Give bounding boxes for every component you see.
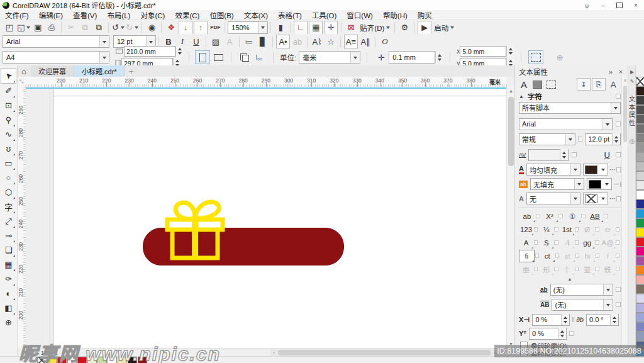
cut-icon[interactable]: ✂ <box>65 21 77 34</box>
discretionary-ligatures-button[interactable]: ct <box>540 250 555 262</box>
paste-icon[interactable]: ⧉ <box>92 21 105 34</box>
menu-item-3[interactable]: 查看(V) <box>68 10 102 20</box>
ruler-origin[interactable]: ⤡ <box>17 77 26 87</box>
angle-stepper[interactable] <box>610 314 618 325</box>
menu-item-12[interactable]: 帮助(H) <box>378 10 413 20</box>
vertical-ruler[interactable]: 290280270260250240230220210200 <box>17 87 26 348</box>
new-tab-button[interactable]: + <box>125 65 138 77</box>
account-icon[interactable]: ☺ <box>579 0 595 10</box>
docker-scroll-up-icon[interactable]: ∧ <box>623 78 626 83</box>
feature-checkbox[interactable] <box>616 254 619 258</box>
outline-settings-button[interactable]: ⋯ <box>609 195 616 202</box>
feature-checkbox[interactable] <box>604 214 608 218</box>
chevron-down-icon[interactable] <box>99 36 109 47</box>
feature-checkbox[interactable] <box>595 267 599 271</box>
text-options-icon[interactable]: A <box>607 79 619 90</box>
underline-button[interactable]: U <box>190 35 203 48</box>
menu-item-6[interactable]: 效果(C) <box>170 10 204 20</box>
brush-splash-icon[interactable]: ❖ <box>165 21 177 34</box>
units-combo[interactable]: 毫米 <box>299 51 360 64</box>
enclosed-button[interactable]: ① <box>564 211 580 222</box>
underline-toggle[interactable]: U <box>604 150 610 160</box>
bullet-list-icon[interactable]: ≔ <box>243 35 255 48</box>
feature-checkbox[interactable] <box>575 254 579 258</box>
pdf-icon[interactable]: PDF <box>209 21 221 34</box>
palette-swatch-6[interactable] <box>636 133 644 143</box>
x-offset-stepper[interactable] <box>561 314 569 325</box>
menu-item-7[interactable]: 位图(B) <box>204 10 238 20</box>
feature-checkbox[interactable] <box>595 240 599 245</box>
duplicate-x-field[interactable]: 5.0 mm <box>460 46 506 57</box>
redo-icon[interactable]: ↻ <box>126 21 138 34</box>
palette-swatch-25[interactable] <box>636 313 644 322</box>
fill-type-select[interactable]: 均匀填充 <box>526 164 580 176</box>
weight-checkbox[interactable] <box>578 137 582 142</box>
interactive-fill-tool[interactable]: ◐ <box>1 286 16 301</box>
feature-checkbox[interactable] <box>534 267 538 271</box>
duplicate-x-stepper[interactable] <box>506 46 514 57</box>
menu-item-13[interactable]: 购买 <box>413 10 437 20</box>
gift-icon-drawing[interactable] <box>165 199 225 262</box>
landscape-button[interactable] <box>211 51 225 64</box>
palette-swatch-4[interactable] <box>636 114 644 124</box>
menu-item-2[interactable]: 编辑(E) <box>34 10 68 20</box>
docker-font-select[interactable]: Arial <box>519 118 613 130</box>
edit-text-icon[interactable]: ab <box>291 35 304 48</box>
size-stepper[interactable] <box>612 133 620 145</box>
background-color-picker[interactable] <box>587 178 612 190</box>
undo-icon[interactable]: ↺ <box>112 21 125 34</box>
feature-checkbox[interactable] <box>536 214 540 218</box>
dimension-tool[interactable]: ⤢ <box>1 214 16 228</box>
canvas-viewport[interactable] <box>26 87 506 348</box>
fullscreen-preview-icon[interactable]: ▮ <box>274 21 287 34</box>
palette-swatch-17[interactable] <box>636 237 644 247</box>
snap-menu[interactable]: 贴齐(D) <box>358 21 391 34</box>
figure-style-button[interactable]: 123 <box>519 224 533 235</box>
show-grid-icon[interactable]: ▦ <box>309 21 323 35</box>
current-page-button[interactable]: l₀₀ <box>252 51 266 64</box>
portrait-button[interactable] <box>195 50 210 64</box>
chevron-down-icon[interactable] <box>599 193 608 204</box>
text-align-icon[interactable]: A≡ <box>344 35 358 48</box>
crop-tool[interactable]: ⊡ <box>1 98 16 113</box>
chevron-down-icon[interactable] <box>611 103 620 113</box>
import-style-icon[interactable]: ↧ <box>577 78 591 91</box>
add-tool-button[interactable]: ⊕ <box>1 315 16 330</box>
zoom-level-combo[interactable]: 150% <box>228 21 268 34</box>
tab-welcome-screen[interactable]: 欢迎屏幕 <box>31 65 74 77</box>
chevron-down-icon[interactable] <box>602 119 612 130</box>
palette-swatch-5[interactable] <box>636 124 644 133</box>
outline-type-select[interactable]: 无 <box>526 193 580 204</box>
tab-document[interactable]: 小标题.cdr* <box>74 65 125 77</box>
feature-checkbox[interactable] <box>575 227 579 232</box>
new-document-icon[interactable]: ◰ <box>3 21 16 34</box>
x-offset-field[interactable]: 0 % <box>532 314 570 326</box>
menu-item-9[interactable]: 表格(T) <box>273 10 307 20</box>
chevron-down-icon[interactable] <box>570 164 580 175</box>
fraction-button[interactable]: ¼ <box>539 224 553 235</box>
feature-checkbox[interactable] <box>616 267 619 271</box>
character-kerning-icon[interactable]: A⌇ <box>311 35 323 48</box>
y-offset-stepper[interactable] <box>558 328 566 339</box>
connector-tool[interactable]: ⊸ <box>1 228 16 243</box>
feature-checkbox[interactable] <box>535 254 539 258</box>
fill-checkbox[interactable] <box>616 167 621 172</box>
palette-swatch-11[interactable] <box>636 181 644 190</box>
stylistic-set-button[interactable]: A <box>519 237 533 249</box>
palette-swatch-1[interactable] <box>636 86 644 96</box>
standard-ligatures-button[interactable]: fi <box>519 250 535 262</box>
feature-checkbox[interactable] <box>558 214 563 218</box>
underline-style-select[interactable]: (无) <box>550 284 613 296</box>
palette-swatch-0[interactable] <box>636 77 644 86</box>
feature-checkbox[interactable] <box>534 227 538 232</box>
script-select[interactable]: 所有脚本 <box>519 102 621 114</box>
overline-style-select[interactable]: (无) <box>552 299 613 311</box>
background-settings-button[interactable]: ⋯ <box>613 181 620 187</box>
chevron-down-icon[interactable] <box>570 193 580 204</box>
new-style-icon[interactable]: ⎘ <box>592 78 606 91</box>
angle-field[interactable]: 0.0 ° <box>586 314 619 326</box>
menu-item-8[interactable]: 文本(X) <box>239 10 273 20</box>
text-properties-icon[interactable]: A• <box>276 35 290 48</box>
case-button[interactable]: AB <box>587 211 603 222</box>
menu-item-11[interactable]: 窗口(W) <box>341 10 378 20</box>
